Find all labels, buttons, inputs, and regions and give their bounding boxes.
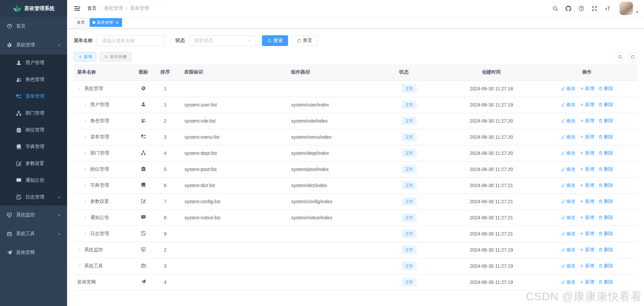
- trash-icon: [598, 86, 603, 91]
- font-size-icon-button[interactable]: [601, 6, 614, 11]
- expand-row-icon[interactable]: [83, 232, 89, 236]
- order-cell: 9: [153, 226, 178, 242]
- action-label: 删除: [604, 86, 613, 92]
- row-delete-link[interactable]: 删除: [598, 86, 613, 92]
- guide-icon: [141, 279, 146, 284]
- close-icon[interactable]: [115, 21, 119, 25]
- row-delete-link[interactable]: 删除: [598, 166, 613, 172]
- caret-down-icon[interactable]: [635, 10, 639, 14]
- status-select[interactable]: 菜单状态: [189, 35, 256, 46]
- row-edit-link[interactable]: 修改: [561, 263, 576, 269]
- row-delete-link[interactable]: 删除: [598, 247, 613, 253]
- row-delete-link[interactable]: 删除: [598, 263, 613, 269]
- sidebar-menu-item[interactable]: 参数设置: [0, 155, 67, 172]
- expand-row-icon[interactable]: [83, 119, 89, 123]
- row-add-link[interactable]: 新增: [580, 102, 594, 108]
- row-edit-link[interactable]: 修改: [561, 231, 576, 237]
- row-delete-link[interactable]: 删除: [598, 118, 613, 124]
- collapse-row-icon[interactable]: [77, 87, 83, 91]
- row-add-link[interactable]: 新增: [580, 166, 594, 172]
- menu-name-cell: 字典管理: [90, 182, 109, 188]
- sidebar-menu-item[interactable]: 岗位管理: [0, 122, 67, 138]
- expand-row-icon[interactable]: [77, 264, 83, 268]
- row-delete-link[interactable]: 删除: [598, 182, 613, 188]
- row-delete-link[interactable]: 删除: [598, 231, 613, 237]
- reset-button[interactable]: 重置: [291, 35, 318, 46]
- expand-row-icon[interactable]: [77, 248, 83, 252]
- expand-row-icon[interactable]: [83, 135, 89, 139]
- row-edit-link[interactable]: 修改: [561, 102, 576, 108]
- row-edit-link[interactable]: 修改: [561, 279, 576, 285]
- action-label: 新增: [585, 263, 594, 269]
- monitor-icon: [141, 247, 146, 252]
- expand-row-icon[interactable]: [83, 167, 89, 171]
- row-edit-link[interactable]: 修改: [561, 166, 576, 172]
- search-icon-button[interactable]: [549, 6, 562, 11]
- row-delete-link[interactable]: 删除: [598, 134, 613, 140]
- row-delete-link[interactable]: 删除: [598, 199, 613, 205]
- sidebar-menu-item[interactable]: 日志管理: [0, 189, 67, 206]
- expand-row-icon[interactable]: [83, 216, 89, 220]
- row-edit-link[interactable]: 修改: [561, 182, 576, 188]
- expand-row-icon[interactable]: [83, 183, 89, 187]
- sidebar-menu-item[interactable]: 角色管理: [0, 71, 67, 88]
- sidebar-menu-item[interactable]: 若依官网: [0, 243, 67, 262]
- status-badge: 正常: [402, 149, 417, 157]
- expand-row-icon[interactable]: [83, 103, 89, 107]
- row-delete-link[interactable]: 删除: [598, 150, 613, 156]
- row-edit-link[interactable]: 修改: [561, 150, 576, 156]
- app-logo[interactable]: 若依管理系统: [0, 0, 67, 17]
- row-edit-link[interactable]: 修改: [561, 86, 576, 92]
- row-delete-link[interactable]: 删除: [598, 102, 613, 108]
- sidebar-menu-item[interactable]: 系统监控: [0, 206, 67, 224]
- row-add-link[interactable]: 新增: [580, 118, 594, 124]
- sidebar-menu-item[interactable]: 部门管理: [0, 105, 67, 122]
- row-delete-link[interactable]: 删除: [598, 279, 613, 285]
- tag-active[interactable]: 菜单管理: [90, 18, 122, 27]
- row-add-link[interactable]: 新增: [580, 182, 594, 188]
- row-add-link[interactable]: 新增: [580, 215, 594, 221]
- edit-pen-icon: [561, 264, 565, 268]
- expand-row-icon[interactable]: [83, 200, 89, 204]
- row-add-link[interactable]: 新增: [580, 134, 594, 140]
- row-add-link[interactable]: 新增: [580, 279, 594, 285]
- sidebar-menu-item[interactable]: 首页: [0, 17, 67, 36]
- sidebar-menu-item[interactable]: 通知公告: [0, 172, 67, 189]
- avatar[interactable]: [620, 2, 633, 15]
- row-edit-link[interactable]: 修改: [561, 134, 576, 140]
- row-add-link[interactable]: 新增: [580, 247, 594, 253]
- sidebar-menu-item[interactable]: 用户管理: [0, 54, 67, 71]
- fullscreen-icon-button[interactable]: [588, 6, 601, 11]
- add-button[interactable]: 新增: [74, 52, 96, 61]
- hamburger-icon[interactable]: [72, 5, 83, 12]
- sidebar-menu-item[interactable]: 字典管理: [0, 138, 67, 155]
- row-edit-link[interactable]: 修改: [561, 199, 576, 205]
- row-add-link[interactable]: 新增: [580, 263, 594, 269]
- row-add-link[interactable]: 新增: [580, 86, 594, 92]
- expand-collapse-button[interactable]: 展开/折叠: [100, 52, 131, 61]
- toggle-search-button[interactable]: [615, 52, 625, 61]
- expand-row-icon[interactable]: [83, 151, 89, 155]
- github-icon-button[interactable]: [562, 6, 575, 11]
- menu-name-cell: 系统管理: [84, 86, 103, 91]
- row-delete-link[interactable]: 删除: [598, 215, 613, 221]
- tag-item[interactable]: 首页: [74, 18, 88, 27]
- row-edit-link[interactable]: 修改: [561, 118, 576, 124]
- sidebar-menu-item[interactable]: 系统管理: [0, 36, 67, 54]
- row-edit-link[interactable]: 修改: [561, 215, 576, 221]
- menu-name-input[interactable]: [97, 35, 165, 46]
- perms-cell: system:notice:list: [178, 210, 284, 226]
- header-actions: 操作: [537, 64, 637, 81]
- sidebar-menu-item[interactable]: 菜单管理: [0, 88, 67, 105]
- sidebar-menu-item[interactable]: 系统工具: [0, 224, 67, 243]
- breadcrumb-item[interactable]: 首页: [87, 5, 97, 11]
- row-add-link[interactable]: 新增: [580, 199, 594, 205]
- row-add-link[interactable]: 新增: [580, 150, 594, 156]
- row-edit-link[interactable]: 修改: [561, 247, 576, 253]
- question-icon-button[interactable]: [575, 6, 588, 11]
- row-add-link[interactable]: 新增: [580, 231, 594, 237]
- user-menu[interactable]: [620, 2, 639, 15]
- search-button[interactable]: 搜索: [262, 35, 288, 46]
- edit-icon: [141, 199, 146, 204]
- refresh-table-button[interactable]: [628, 52, 637, 61]
